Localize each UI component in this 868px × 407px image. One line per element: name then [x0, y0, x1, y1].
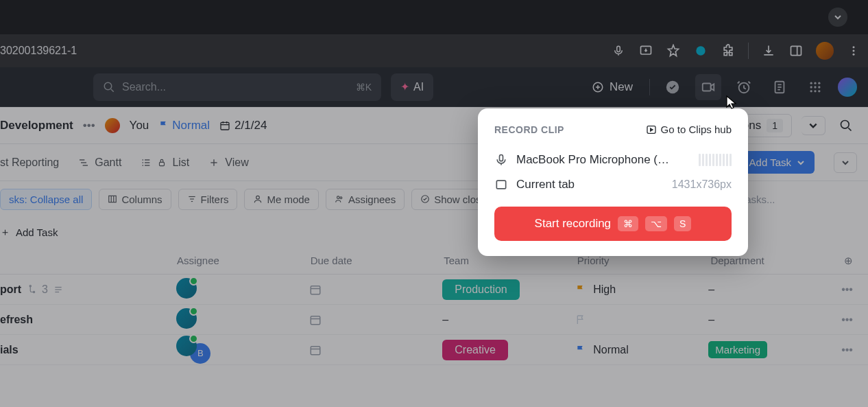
- task-name: port: [0, 283, 21, 296]
- add-task-button[interactable]: Add Task: [740, 151, 815, 174]
- mic-icon[interactable]: [611, 43, 626, 58]
- search-placeholder: Search...: [122, 81, 166, 93]
- view-add[interactable]: View: [208, 156, 248, 169]
- flag-icon[interactable]: [575, 314, 586, 325]
- columns-icon: [108, 194, 117, 204]
- browser-menu-icon[interactable]: [846, 43, 861, 58]
- svg-point-6: [853, 50, 855, 52]
- team-tag[interactable]: Production: [442, 279, 520, 300]
- svg-point-22: [818, 82, 820, 84]
- mic-label: MacBook Pro Microphone (…: [516, 153, 669, 167]
- view-gantt[interactable]: Gantt: [78, 156, 121, 169]
- new-label: New: [610, 80, 633, 94]
- more-icon[interactable]: •••: [83, 119, 95, 132]
- svg-point-54: [337, 196, 339, 199]
- table-row[interactable]: efresh – – •••: [0, 305, 868, 335]
- extension-color-icon[interactable]: [693, 43, 708, 58]
- team-cell[interactable]: –: [442, 314, 575, 326]
- add-task-inline-icon[interactable]: ＋: [0, 226, 10, 239]
- col-team[interactable]: Team: [444, 255, 577, 266]
- col-due-date[interactable]: Due date: [311, 255, 444, 266]
- task-name: efresh: [0, 314, 33, 326]
- assignee-avatar[interactable]: [176, 308, 197, 329]
- row-actions-icon[interactable]: •••: [841, 314, 857, 326]
- table-row[interactable]: port 3 Production High – •••: [0, 275, 868, 305]
- user-avatar[interactable]: [838, 78, 857, 97]
- view-list[interactable]: List: [141, 156, 189, 169]
- col-assignee[interactable]: Assignee: [177, 255, 311, 266]
- automations-dropdown[interactable]: [801, 116, 825, 135]
- col-priority[interactable]: Priority: [577, 255, 711, 266]
- mic-icon: [494, 153, 508, 167]
- filters-chip[interactable]: Filters: [178, 189, 238, 210]
- download-icon[interactable]: [761, 43, 776, 58]
- svg-rect-0: [617, 46, 620, 51]
- dept-cell[interactable]: –: [708, 283, 841, 296]
- calendar-icon[interactable]: [309, 314, 322, 326]
- kbd-s: S: [674, 216, 691, 231]
- calendar-icon[interactable]: [309, 344, 322, 356]
- calendar-icon[interactable]: [309, 283, 322, 296]
- page-title: Development: [0, 119, 73, 132]
- kbd-opt: ⌥: [645, 216, 667, 231]
- table-row[interactable]: ials B Creative Normal Marketing •••: [0, 335, 868, 365]
- notepad-icon[interactable]: [767, 74, 793, 100]
- col-department[interactable]: Department: [710, 255, 844, 266]
- owner-avatar[interactable]: [105, 118, 120, 133]
- cursor-icon: [725, 95, 738, 110]
- page-search-icon[interactable]: [835, 115, 857, 137]
- video-icon[interactable]: [695, 74, 721, 100]
- svg-point-24: [814, 86, 816, 88]
- install-icon[interactable]: [638, 43, 653, 58]
- task-search-input[interactable]: tasks...: [734, 187, 857, 211]
- check-circle-icon: [420, 194, 430, 204]
- add-task-inline-label[interactable]: Add Task: [16, 226, 58, 238]
- collapse-all-chip[interactable]: sks: Collapse all: [0, 189, 92, 210]
- chevron-down-icon: [797, 159, 805, 167]
- record-clip-popup: RECORD CLIP Go to Clips hub MacBook Pro …: [478, 108, 748, 256]
- clips-hub-link[interactable]: Go to Clips hub: [646, 124, 732, 135]
- flag-icon: [575, 284, 586, 295]
- svg-rect-64: [311, 316, 321, 324]
- svg-rect-3: [791, 46, 801, 55]
- assignee-avatar[interactable]: [176, 278, 197, 299]
- columns-chip[interactable]: Columns: [99, 189, 171, 210]
- dept-cell[interactable]: –: [708, 314, 841, 326]
- add-task-dropdown[interactable]: [834, 152, 857, 173]
- owner-label: You: [130, 119, 149, 132]
- assignees-chip[interactable]: Assignees: [326, 189, 405, 210]
- row-actions-icon[interactable]: •••: [841, 283, 857, 296]
- priority-label: Normal: [593, 344, 629, 356]
- svg-point-33: [841, 120, 849, 128]
- svg-rect-70: [496, 181, 505, 189]
- lock-icon: [157, 158, 167, 167]
- plus-circle-icon: [592, 81, 604, 93]
- svg-point-55: [340, 197, 342, 199]
- svg-point-7: [853, 54, 855, 56]
- mic-row[interactable]: MacBook Pro Microphone (…: [494, 148, 732, 172]
- browser-overflow-button[interactable]: [828, 8, 847, 27]
- star-icon[interactable]: [666, 43, 681, 58]
- search-input[interactable]: Search... ⌘K: [93, 73, 381, 101]
- tab-row[interactable]: Current tab 1431x736px: [494, 172, 732, 197]
- ai-button[interactable]: ✦ AI: [391, 73, 433, 101]
- dept-tag[interactable]: Marketing: [708, 341, 767, 358]
- view-reporting[interactable]: st Reporting: [0, 156, 59, 169]
- check-circle-icon[interactable]: [660, 74, 686, 100]
- row-actions-icon[interactable]: •••: [841, 344, 857, 356]
- flag-icon: [575, 345, 586, 356]
- me-mode-chip[interactable]: Me mode: [244, 189, 319, 210]
- sidepanel-icon[interactable]: [788, 43, 804, 58]
- extensions-icon[interactable]: [721, 43, 736, 58]
- new-button[interactable]: New: [585, 76, 640, 98]
- add-column-icon[interactable]: ⊕: [844, 255, 857, 267]
- svg-rect-66: [311, 346, 321, 354]
- search-icon: [103, 81, 115, 93]
- priority-chip[interactable]: Normal: [158, 119, 210, 132]
- start-recording-button[interactable]: Start recording ⌘ ⌥ S: [494, 207, 732, 241]
- apps-grid-icon[interactable]: [802, 74, 828, 100]
- date-chip[interactable]: 2/1/24: [219, 119, 267, 132]
- profile-avatar[interactable]: [816, 42, 834, 60]
- popup-title: RECORD CLIP: [494, 124, 564, 135]
- team-tag[interactable]: Creative: [442, 340, 508, 360]
